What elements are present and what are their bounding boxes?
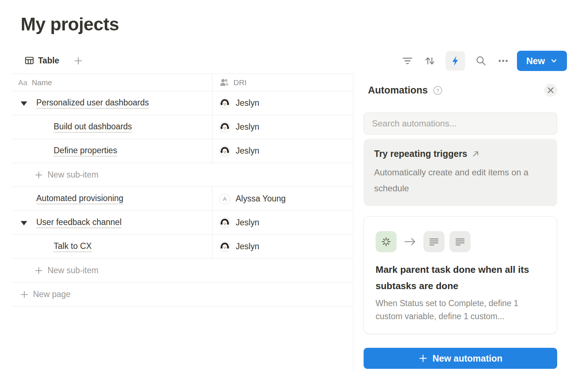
column-dri-label: DRI xyxy=(233,78,247,87)
dri-cell[interactable]: AAlyssa Young xyxy=(212,187,353,210)
table-view-icon xyxy=(25,56,34,65)
search-icon[interactable] xyxy=(475,51,487,71)
page-title: My projects xyxy=(21,14,119,35)
add-view-button[interactable] xyxy=(72,54,85,67)
automation-flow xyxy=(376,231,545,252)
new-sub-item-button[interactable]: New sub-item xyxy=(12,259,353,283)
row-title-link[interactable]: Automated provisioning xyxy=(36,193,123,204)
automations-bolt-button[interactable] xyxy=(446,51,465,71)
person-name: Alyssa Young xyxy=(236,194,286,204)
avatar xyxy=(219,217,230,228)
table-header-row: Aa Name DRI xyxy=(12,74,353,91)
plus-icon xyxy=(20,290,29,299)
new-page-button[interactable]: New page xyxy=(12,283,353,307)
plus-icon xyxy=(34,171,43,179)
person-name: Jeslyn xyxy=(236,98,259,108)
new-sub-item-button[interactable]: New sub-item xyxy=(12,163,353,187)
name-cell[interactable]: Build out dashboards xyxy=(12,115,212,139)
sort-icon[interactable] xyxy=(423,51,436,71)
table-row[interactable]: Define propertiesJeslyn xyxy=(12,139,353,163)
automation-card[interactable]: Mark parent task done when all its subta… xyxy=(364,216,557,334)
avatar xyxy=(219,98,230,109)
schedule-burst-icon xyxy=(376,231,397,252)
person-name: Jeslyn xyxy=(236,146,259,156)
row-title-link[interactable]: Personalized user dashboards xyxy=(36,98,149,109)
edit-property-icon xyxy=(450,231,471,252)
dri-cell[interactable]: Jeslyn xyxy=(212,211,353,234)
arrow-right-icon xyxy=(403,237,417,246)
row-title-link[interactable]: Define properties xyxy=(54,146,117,157)
table-row[interactable]: Build out dashboardsJeslyn xyxy=(12,115,353,139)
promo-title-text: Try repeating triggers xyxy=(374,149,467,159)
promo-body-text: Automatically create and edit items on a… xyxy=(374,164,535,196)
new-sub-item-label: New sub-item xyxy=(47,170,99,180)
name-cell[interactable]: Personalized user dashboards xyxy=(12,91,212,115)
person-name: Jeslyn xyxy=(236,122,259,132)
table-row[interactable]: Talk to CXJeslyn xyxy=(12,235,353,259)
tab-label: Table xyxy=(38,56,59,66)
name-cell[interactable]: Talk to CX xyxy=(12,235,212,258)
people-icon xyxy=(219,78,229,87)
tab-table-view[interactable]: Table xyxy=(22,53,61,68)
name-cell[interactable]: User feedback channel xyxy=(12,211,212,234)
name-cell[interactable]: Automated provisioning xyxy=(12,187,212,210)
chevron-down-icon xyxy=(550,57,558,64)
row-title-link[interactable]: User feedback channel xyxy=(36,217,121,228)
dri-cell[interactable]: Jeslyn xyxy=(212,115,353,139)
new-automation-button[interactable]: New automation xyxy=(364,348,557,369)
person-name: Jeslyn xyxy=(236,218,259,228)
more-icon[interactable] xyxy=(497,51,509,71)
new-button-label: New xyxy=(526,56,545,66)
projects-table: Aa Name DRI Personalized user dashboards… xyxy=(12,74,353,307)
arrow-up-right-icon xyxy=(472,150,480,158)
automation-card-title: Mark parent task done when all its subta… xyxy=(376,262,545,294)
view-toolbar: New xyxy=(401,50,567,71)
new-automation-label: New automation xyxy=(432,353,502,364)
new-sub-item-label: New sub-item xyxy=(47,266,99,275)
column-header-name[interactable]: Aa Name xyxy=(12,74,212,91)
column-name-label: Name xyxy=(32,78,52,87)
dri-cell[interactable]: Jeslyn xyxy=(212,91,353,115)
automations-panel: Automations ? Try repeating triggers Aut… xyxy=(353,74,588,371)
table-row[interactable]: User feedback channelJeslyn xyxy=(12,211,353,235)
automation-card-description: When Status set to Complete, define 1 cu… xyxy=(376,297,545,323)
avatar xyxy=(219,241,230,252)
row-title-link[interactable]: Build out dashboards xyxy=(54,122,132,133)
table-rows: Personalized user dashboardsJeslynBuild … xyxy=(12,91,353,307)
new-page-label: New page xyxy=(33,289,71,299)
edit-property-icon xyxy=(423,231,444,252)
person-name: Jeslyn xyxy=(236,242,259,251)
help-icon[interactable]: ? xyxy=(433,86,443,95)
new-button[interactable]: New xyxy=(517,51,567,71)
dri-cell[interactable]: Jeslyn xyxy=(212,139,353,163)
plus-icon xyxy=(74,56,83,66)
filter-icon[interactable] xyxy=(401,51,414,71)
panel-title: Automations xyxy=(368,85,428,96)
svg-text:?: ? xyxy=(436,88,439,93)
column-header-dri[interactable]: DRI xyxy=(212,74,353,91)
table-row[interactable]: Personalized user dashboardsJeslyn xyxy=(12,91,353,115)
text-property-icon: Aa xyxy=(18,78,28,87)
toggle-open-icon[interactable] xyxy=(21,221,27,225)
repeating-triggers-card[interactable]: Try repeating triggers Automatically cre… xyxy=(364,139,557,206)
name-cell[interactable]: Define properties xyxy=(12,139,212,163)
automation-search-input[interactable] xyxy=(371,118,550,129)
dri-cell[interactable]: Jeslyn xyxy=(212,235,353,258)
close-icon[interactable] xyxy=(544,84,557,97)
table-row[interactable]: Automated provisioningAAlyssa Young xyxy=(12,187,353,211)
plus-icon xyxy=(34,266,43,275)
avatar: A xyxy=(219,193,230,204)
plus-icon xyxy=(418,354,428,363)
avatar xyxy=(219,122,230,133)
automation-search-box xyxy=(364,113,557,134)
toggle-open-icon[interactable] xyxy=(21,101,27,106)
avatar xyxy=(219,146,230,157)
row-title-link[interactable]: Talk to CX xyxy=(54,241,92,252)
